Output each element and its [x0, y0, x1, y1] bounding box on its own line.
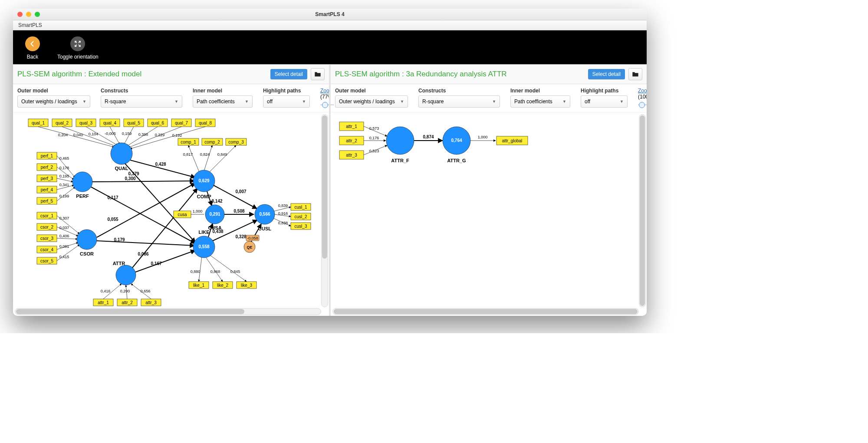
toolbar: Back Toggle orientation: [13, 30, 647, 64]
svg-text:0,341: 0,341: [59, 183, 69, 187]
outer-model-label: Outer model: [17, 88, 90, 94]
construct-attr[interactable]: [116, 265, 136, 285]
open-folder-button-left[interactable]: [311, 68, 325, 80]
indicator: qual_5: [124, 119, 144, 127]
svg-text:0,204: 0,204: [58, 133, 68, 137]
indicator: qual_8: [195, 119, 215, 127]
construct-perf[interactable]: [72, 172, 92, 192]
svg-text:qual_8: qual_8: [199, 121, 212, 125]
model-canvas-right[interactable]: attr_1 attr_2 attr_3 0,573 0,176 0,523 A…: [331, 112, 647, 316]
highlight-select-left[interactable]: off▼: [263, 95, 310, 108]
svg-text:0,849: 0,849: [217, 152, 227, 157]
svg-text:0,037: 0,037: [59, 226, 69, 230]
model-canvas-left[interactable]: qual_1 qual_2 qual_3 qual_4 qual_5 qual_…: [13, 112, 329, 316]
svg-text:0,055: 0,055: [107, 217, 118, 222]
indicator: comp_2: [202, 138, 223, 145]
svg-text:ATTR: ATTR: [113, 261, 125, 266]
indicator: perf_4: [37, 186, 57, 193]
pane-left: PLS-SEM algorithm : Extended model Selec…: [13, 64, 329, 316]
zoom-link-right[interactable]: Zoom: [638, 88, 647, 94]
svg-text:0,081: 0,081: [59, 244, 69, 249]
svg-text:QE: QE: [247, 245, 252, 249]
open-folder-button-right[interactable]: [628, 68, 642, 80]
indicator: comp_3: [226, 138, 247, 145]
indicator: qual_7: [171, 119, 191, 127]
outer-model-select-right[interactable]: Outer weights / loadings▼: [335, 95, 408, 108]
menubar[interactable]: SmartPLS: [13, 20, 647, 30]
highlight-label: Highlight paths: [263, 88, 310, 94]
constructs-select-right[interactable]: R-square▼: [418, 95, 500, 108]
app-window: SmartPLS 4 SmartPLS Back Toggle orientat…: [13, 9, 647, 316]
svg-text:cusl_1: cusl_1: [295, 205, 307, 210]
svg-text:0,838: 0,838: [278, 221, 288, 225]
inner-model-select-left[interactable]: Path coefficients▼: [193, 95, 253, 108]
indicator: attr_global: [496, 136, 528, 145]
highlight-label: Highlight paths: [581, 88, 628, 94]
construct-attr-f[interactable]: [386, 127, 414, 154]
svg-line-112: [204, 145, 212, 171]
svg-text:0,839: 0,839: [278, 203, 288, 208]
svg-text:0,159: 0,159: [122, 131, 132, 136]
inner-model-label: Inner model: [510, 88, 570, 94]
svg-line-114: [208, 145, 236, 173]
indicator: cusl_3: [291, 223, 311, 230]
svg-text:qual_3: qual_3: [79, 121, 92, 125]
outer-model-select-left[interactable]: Outer weights / loadings▼: [17, 95, 90, 108]
back-icon: [25, 36, 40, 51]
back-button[interactable]: Back: [25, 36, 40, 60]
h-scrollbar-left[interactable]: [15, 308, 321, 315]
svg-text:0,199: 0,199: [59, 194, 69, 198]
construct-qual[interactable]: [111, 143, 132, 164]
constructs-select-left[interactable]: R-square▼: [101, 95, 182, 108]
controls-left: Outer model Outer weights / loadings▼ Co…: [13, 84, 329, 112]
indicator: like_2: [213, 282, 233, 289]
caret-down-icon: ▼: [620, 99, 624, 104]
svg-text:comp_3: comp_3: [228, 140, 244, 144]
svg-text:0,176: 0,176: [369, 136, 379, 140]
svg-text:0,307: 0,307: [59, 216, 69, 220]
h-scrollbar-right[interactable]: [332, 308, 639, 315]
svg-text:0,523: 0,523: [369, 149, 379, 153]
svg-text:attr_3: attr_3: [346, 153, 357, 158]
toggle-orientation-button[interactable]: Toggle orientation: [57, 36, 99, 60]
v-scrollbar-left[interactable]: [321, 114, 328, 307]
outer-model-label: Outer model: [335, 88, 408, 94]
svg-text:0,167: 0,167: [151, 261, 161, 266]
svg-text:qual_6: qual_6: [151, 121, 164, 125]
indicator: cusl_2: [291, 213, 311, 220]
construct-csor[interactable]: [77, 230, 97, 249]
svg-text:perf_1: perf_1: [41, 154, 53, 158]
indicator: cusl_1: [291, 203, 311, 210]
svg-text:0,880: 0,880: [191, 269, 201, 274]
svg-text:0,573: 0,573: [369, 126, 379, 131]
select-detail-button-right[interactable]: Select detail: [588, 69, 625, 79]
indicator: like_3: [237, 282, 256, 289]
caret-down-icon: ▼: [492, 99, 496, 104]
constructs-label: Constructs: [101, 88, 182, 94]
svg-text:qual_4: qual_4: [103, 121, 116, 125]
highlight-select-right[interactable]: off▼: [581, 95, 628, 108]
constructs-label: Constructs: [418, 88, 500, 94]
svg-text:0,845: 0,845: [230, 269, 240, 274]
svg-text:-0,058: -0,058: [247, 236, 258, 240]
menu-app[interactable]: SmartPLS: [16, 22, 44, 28]
svg-text:attr_2: attr_2: [122, 300, 133, 305]
zoom-slider-left[interactable]: [320, 102, 334, 108]
indicator: attr_1: [93, 299, 113, 306]
svg-line-96: [97, 183, 195, 237]
svg-text:0,465: 0,465: [59, 156, 69, 161]
svg-text:attr_3: attr_3: [145, 300, 157, 305]
svg-text:0,300: 0,300: [125, 176, 135, 181]
inner-model-select-right[interactable]: Path coefficients▼: [510, 95, 570, 108]
zoom-slider-right[interactable]: [638, 102, 647, 108]
select-detail-button-left[interactable]: Select detail: [270, 69, 307, 79]
v-scrollbar-right[interactable]: [639, 114, 646, 307]
svg-text:0,566: 0,566: [259, 212, 270, 217]
svg-text:0,817: 0,817: [183, 152, 193, 157]
svg-text:0,824: 0,824: [200, 152, 210, 157]
indicator: csor_5: [37, 257, 57, 264]
svg-text:0,195: 0,195: [59, 174, 69, 178]
svg-text:attr_global: attr_global: [502, 138, 523, 143]
svg-text:0,104: 0,104: [89, 132, 99, 136]
svg-text:0,874: 0,874: [423, 135, 434, 139]
